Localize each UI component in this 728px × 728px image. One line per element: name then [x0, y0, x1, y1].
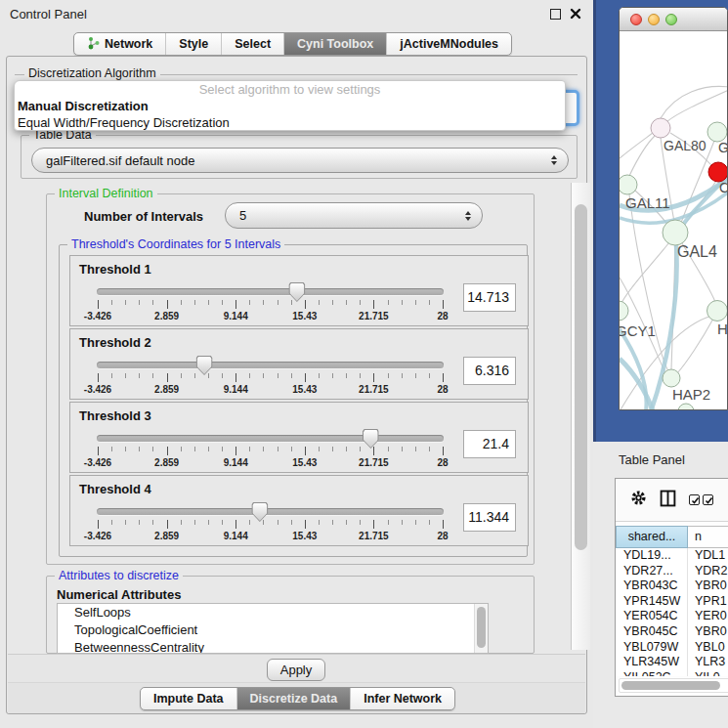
columns-icon[interactable] [660, 490, 676, 511]
tab-label: Impute Data [153, 692, 224, 706]
table-row[interactable]: YBL079WYBL0 [616, 640, 728, 656]
network-node[interactable] [708, 162, 728, 182]
network-canvas[interactable]: GAL80G.CGAL11GAL4GCY1HHAP2 [620, 31, 727, 409]
attribute-list-item[interactable]: SelfLoops [58, 604, 488, 621]
tab-label: jActiveMNodules [400, 37, 498, 51]
cell-name: YBR0 [688, 578, 728, 594]
spinner-arrows-icon [465, 211, 471, 221]
table-row[interactable]: YBR043CYBR0 [616, 578, 728, 594]
tab-network[interactable]: Network [74, 33, 165, 55]
cell-shared-name: YBL079W [616, 640, 688, 656]
table-row[interactable]: YDL19...YDL1 [616, 548, 728, 564]
screen: Control Panel NetworkStyleSelectCyni Too… [0, 0, 728, 728]
cell-shared-name: YDR27... [616, 564, 688, 579]
network-node[interactable] [707, 301, 728, 321]
cell-name: YBL0 [688, 640, 728, 656]
window-minimize-icon[interactable] [648, 14, 660, 25]
tab-impute-data[interactable]: Impute Data [141, 688, 236, 709]
attributes-listbox[interactable]: SelfLoopsTopologicalCoefficientBetweenne… [57, 603, 489, 654]
num-intervals-label: Number of Intervals [84, 209, 203, 224]
tab-label: Infer Network [364, 692, 442, 706]
combo-arrows-icon [551, 155, 557, 165]
window-zoom-icon[interactable] [665, 14, 677, 25]
network-node-label: HAP2 [672, 386, 710, 403]
table-header-row: shared... n [616, 526, 728, 548]
network-node[interactable] [678, 404, 694, 410]
content-vertical-scrollbar[interactable] [571, 183, 590, 650]
apply-button[interactable]: Apply [267, 659, 325, 681]
cell-name: YBR0 [688, 624, 728, 640]
cell-name: YPR1 [688, 594, 728, 610]
network-node[interactable] [620, 301, 628, 321]
attribute-list-item[interactable]: TopologicalCoefficient [58, 621, 488, 639]
cell-name: YDR2 [688, 564, 728, 579]
column-header-name[interactable]: n [688, 526, 728, 548]
table-row[interactable]: YBR045CYBR0 [616, 624, 728, 640]
network-node-label: GAL4 [677, 243, 717, 260]
algorithm-option-manual[interactable]: Manual Discretization [15, 98, 565, 114]
network-node[interactable] [620, 175, 637, 194]
numerical-attributes-label: Numerical Attributes [57, 587, 181, 602]
network-node[interactable] [663, 220, 688, 245]
algorithm-popup-prompt: Select algorithm to view settings [15, 82, 565, 98]
tab-style[interactable]: Style [165, 33, 221, 55]
tab-infer-network[interactable]: Infer Network [350, 688, 454, 709]
num-intervals-combobox[interactable]: 5 [225, 202, 483, 229]
window-close-icon[interactable] [630, 14, 642, 25]
algorithm-popup: Select algorithm to view settings Manual… [14, 80, 566, 131]
tab-discretize-data[interactable]: Discretize Data [236, 688, 351, 709]
network-edge [629, 136, 655, 176]
cell-name: YER0 [688, 609, 728, 624]
table-row[interactable]: YPR145WYPR1 [616, 594, 728, 610]
network-edge [661, 86, 728, 118]
table-panel-title: Table Panel [619, 452, 685, 467]
network-node-label: GAL11 [625, 194, 670, 211]
network-node-label: C [719, 180, 728, 195]
attribute-list-item[interactable]: BetweennessCentrality [58, 639, 488, 654]
table-row[interactable]: YLR345WYLR3 [616, 655, 728, 670]
table-panel: Table Panel [593, 442, 728, 728]
network-node[interactable] [651, 118, 670, 138]
gear-icon[interactable] [630, 490, 647, 510]
checkbox-filter-icons[interactable] [689, 494, 713, 505]
table-panel-toolbar [616, 479, 728, 522]
algorithm-group-label: Discretization Algorithm [24, 66, 160, 80]
algorithm-option-equal-width[interactable]: Equal Width/Frequency Discretization [15, 114, 565, 131]
cell-name: YDL1 [688, 548, 728, 564]
attributes-list-scrollbar[interactable] [474, 604, 488, 653]
network-node[interactable] [707, 122, 727, 142]
cell-name: YIL0 [688, 670, 728, 676]
column-header-shared-name[interactable]: shared... [616, 526, 688, 548]
attributes-group-label: Attributes to discretize [55, 569, 183, 582]
table-rows: YDL19...YDL1YDR27...YDR2YBR043CYBR0YPR14… [616, 548, 728, 676]
network-node-label: GCY1 [620, 322, 656, 339]
thresholds-group: Threshold's Coordinates for 5 Intervals [59, 244, 528, 557]
interval-definition-label: Interval Definition [55, 187, 157, 200]
tab-select[interactable]: Select [221, 33, 283, 55]
cell-shared-name: YLR345W [616, 655, 688, 670]
tab-cyni-toolbox[interactable]: Cyni Toolbox [283, 33, 386, 55]
checkbox-checked-icon [689, 494, 700, 505]
apply-bar: Apply [8, 654, 585, 682]
network-edge [621, 242, 669, 305]
attributes-group: Attributes to discretize Numerical Attri… [46, 576, 535, 654]
table-row[interactable]: YER054CYER0 [616, 609, 728, 624]
control-panel-tabs: NetworkStyleSelectCyni ToolboxjActiveMNo… [73, 32, 512, 56]
tab-label: Discretize Data [250, 692, 338, 706]
network-edge [666, 90, 728, 122]
table-data-combobox[interactable]: galFiltered.sif default node [31, 148, 569, 173]
tab-jactivemnodules[interactable]: jActiveMNodules [386, 33, 511, 55]
network-window-titlebar[interactable] [620, 8, 727, 31]
table-horizontal-scrollbar[interactable] [619, 678, 728, 693]
table-row[interactable]: YIL052CYIL0 [616, 670, 728, 676]
table-data-group: Table Data galFiltered.sif default node [21, 135, 578, 179]
cell-name: YLR3 [688, 655, 728, 670]
control-panel-title: Control Panel [10, 7, 87, 21]
num-intervals-value: 5 [239, 208, 246, 223]
tab-label: Cyni Toolbox [297, 37, 373, 51]
network-node[interactable] [663, 369, 680, 387]
table-row[interactable]: YDR27...YDR2 [616, 564, 728, 579]
float-panel-icon[interactable] [550, 9, 561, 20]
close-panel-icon[interactable] [569, 7, 582, 21]
network-node-label: H [717, 321, 728, 337]
